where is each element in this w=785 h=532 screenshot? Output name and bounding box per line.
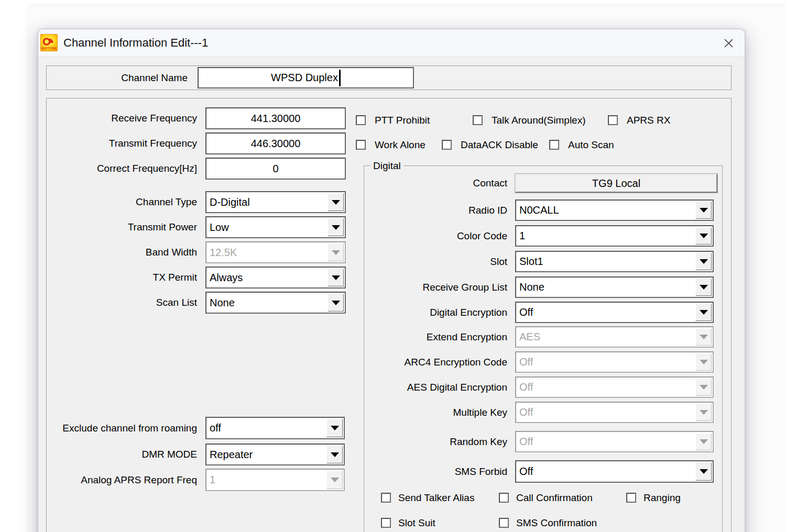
checkbox-box[interactable] (608, 115, 618, 125)
send-talker-alias-label: Send Talker Alias (398, 492, 474, 504)
dropdown-arrow-icon[interactable] (695, 227, 712, 245)
receive-group-list-label: Receive Group List (374, 276, 507, 298)
channel-type-combo[interactable]: D-Digital (205, 191, 346, 213)
dropdown-arrow-icon[interactable] (328, 294, 344, 312)
call-confirmation-checkbox[interactable]: Call Confirmation (499, 493, 593, 503)
receive-group-list-value: None (519, 278, 694, 297)
dropdown-arrow-icon (326, 471, 343, 489)
arc4-encryption-label: ARC4 Encryption Code (374, 351, 507, 373)
talk-around-label: Talk Around(Simplex) (492, 115, 586, 126)
correct-frequency-input[interactable]: 0 (205, 158, 346, 180)
aes-digital-encryption-combo: Off (515, 376, 714, 398)
transmit-frequency-value: 446.30000 (251, 138, 301, 150)
dataack-disable-label: DataACK Disable (461, 139, 538, 151)
digital-group-label: Digital (370, 160, 404, 172)
dropdown-arrow-icon (695, 404, 712, 421)
dialog-title: Channel Information Edit---1 (63, 29, 208, 57)
receive-frequency-value: 441.30000 (251, 113, 301, 125)
tx-permit-combo[interactable]: Always (205, 267, 346, 289)
work-alone-checkbox[interactable]: Work Alone (356, 140, 426, 150)
receive-group-list-combo[interactable]: None (515, 276, 714, 298)
dropdown-arrow-icon[interactable] (695, 304, 712, 321)
aes-digital-encryption-value: Off (519, 378, 694, 397)
dropdown-arrow-icon[interactable] (695, 253, 712, 270)
exclude-roaming-value: off (210, 418, 325, 438)
dropdown-arrow-icon (695, 379, 712, 396)
ptt-prohibit-checkbox[interactable]: PTT Prohibit (356, 115, 430, 125)
channel-type-label: Channel Type (49, 191, 197, 213)
scan-list-combo[interactable]: None (205, 292, 346, 314)
dropdown-arrow-icon (695, 433, 712, 450)
radio-id-combo[interactable]: N0CALL (515, 199, 714, 221)
dataack-disable-checkbox[interactable]: DataACK Disable (442, 140, 538, 150)
color-code-combo[interactable]: 1 (515, 225, 714, 247)
checkbox-box[interactable] (442, 140, 452, 150)
dropdown-arrow-icon[interactable] (695, 279, 712, 296)
band-width-label: Band Width (49, 241, 197, 263)
contact-label: Contact (374, 174, 507, 193)
checkbox-box[interactable] (549, 140, 559, 150)
radio-id-value: N0CALL (519, 201, 694, 220)
channel-name-value: WPSD Duplex (271, 72, 338, 84)
aes-digital-encryption-label: AES Digital Encryption (374, 376, 507, 398)
checkbox-box[interactable] (626, 493, 636, 503)
scan-list-value: None (210, 293, 326, 313)
transmit-frequency-input[interactable]: 446.30000 (205, 132, 346, 154)
checkbox-box[interactable] (499, 493, 509, 503)
sms-confirmation-checkbox[interactable]: SMS Confirmation (499, 518, 597, 528)
digital-encryption-value: Off (519, 303, 694, 322)
random-key-combo: Off (515, 431, 714, 452)
checkbox-box[interactable] (499, 518, 509, 528)
ranging-checkbox[interactable]: Ranging (626, 493, 681, 503)
extend-encryption-combo: AES (515, 326, 714, 348)
send-talker-alias-checkbox[interactable]: Send Talker Alias (381, 493, 474, 503)
analog-aprs-freq-value: 1 (210, 470, 325, 490)
aprs-rx-label: APRS RX (627, 115, 670, 126)
dropdown-arrow-icon[interactable] (328, 218, 344, 236)
dropdown-arrow-icon (328, 243, 344, 261)
digital-encryption-combo[interactable]: Off (515, 302, 714, 323)
sms-forbid-label: SMS Forbid (374, 460, 507, 483)
dmr-mode-combo[interactable]: Repeater (205, 444, 345, 465)
checkbox-box[interactable] (381, 493, 391, 503)
close-button[interactable] (718, 33, 738, 53)
contact-button[interactable]: TG9 Local (515, 174, 717, 193)
receive-frequency-label: Receive Frequency (49, 107, 197, 129)
dropdown-arrow-icon (695, 353, 712, 371)
slot-combo[interactable]: Slot1 (515, 251, 714, 272)
tx-permit-value: Always (210, 268, 326, 287)
receive-frequency-input[interactable]: 441.30000 (205, 107, 346, 129)
extend-encryption-label: Extend Encryption (374, 326, 507, 348)
checkbox-box[interactable] (381, 518, 391, 528)
slot-suit-label: Slot Suit (398, 517, 435, 529)
scan-list-label: Scan List (49, 292, 197, 314)
dropdown-arrow-icon[interactable] (695, 202, 712, 219)
checkbox-box[interactable] (356, 140, 366, 150)
analog-aprs-freq-combo: 1 (205, 469, 345, 491)
dropdown-arrow-icon[interactable] (328, 193, 344, 211)
contact-value: TG9 Local (592, 178, 640, 190)
exclude-roaming-combo[interactable]: off (205, 417, 345, 439)
dropdown-arrow-icon[interactable] (328, 269, 344, 286)
transmit-power-label: Transmit Power (49, 216, 197, 238)
channel-name-input[interactable]: WPSD Duplex (198, 67, 414, 88)
checkbox-box[interactable] (356, 115, 366, 125)
channel-edit-dialog: ANYTONE Channel Information Edit---1 Cha… (38, 29, 745, 532)
aprs-rx-checkbox[interactable]: APRS RX (608, 115, 670, 125)
transmit-power-combo[interactable]: Low (205, 216, 346, 238)
dropdown-arrow-icon[interactable] (326, 446, 343, 463)
auto-scan-checkbox[interactable]: Auto Scan (549, 140, 614, 150)
transmit-frequency-label: Transmit Frequency (49, 132, 197, 154)
work-alone-label: Work Alone (375, 139, 426, 151)
extend-encryption-value: AES (519, 327, 694, 347)
sms-forbid-combo[interactable]: Off (515, 460, 714, 483)
slot-suit-checkbox[interactable]: Slot Suit (381, 518, 435, 528)
dropdown-arrow-icon[interactable] (326, 419, 343, 437)
dropdown-arrow-icon[interactable] (695, 462, 712, 481)
transmit-power-value: Low (210, 217, 326, 237)
talk-around-checkbox[interactable]: Talk Around(Simplex) (473, 115, 586, 125)
radio-id-label: Radio ID (374, 199, 507, 221)
correct-frequency-label: Correct Frequency[Hz] (49, 158, 197, 180)
checkbox-box[interactable] (473, 115, 483, 125)
titlebar: ANYTONE Channel Information Edit---1 (38, 29, 745, 57)
